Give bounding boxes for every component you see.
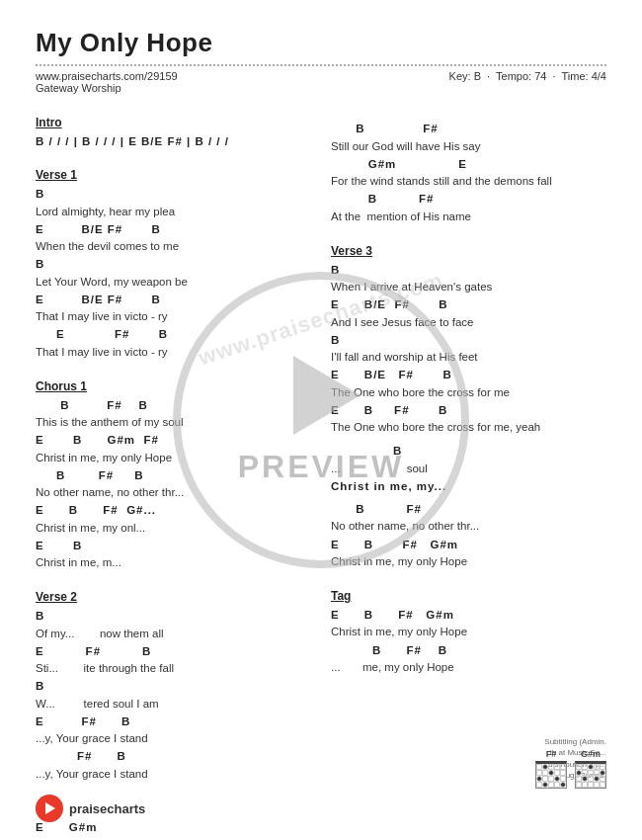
v2-c4: E F# B: [36, 714, 311, 730]
br-l1: ...e storms rage: [36, 836, 311, 840]
ch1-l2: Christ in me, my only Hope: [36, 450, 311, 466]
right-column: B F# Still our God will have His say G#m…: [331, 104, 606, 840]
ch1-c5: E B: [36, 538, 311, 554]
ch2-l4: Christ in me, my only Hope: [331, 553, 606, 570]
v3-c2: E B/E F# B: [331, 296, 606, 313]
v2-l3: W... tered soul I am: [36, 696, 311, 713]
section-intro-label: Intro: [36, 114, 311, 131]
v1-c5: E F# B: [36, 326, 311, 343]
v1-l4: That I may live in victo - ry: [36, 308, 311, 325]
v1-c1: B: [36, 186, 311, 203]
ch2-c4: E B F# G#m: [331, 537, 606, 553]
v1-c2: E B/E F# B: [36, 221, 311, 238]
v1-l1: Lord almighty, hear my plea: [36, 204, 311, 220]
v3-l1: When I arrive at Heaven's gates: [331, 279, 606, 295]
chord-chart-2-grid: [575, 761, 606, 789]
rc-c1: B F#: [331, 121, 606, 137]
chord-chart-2: G#m: [575, 749, 606, 789]
v1-l5: That I may live in victo - ry: [36, 344, 311, 361]
v3-c5: E B F# B: [331, 402, 606, 419]
footer: praisecharts: [36, 795, 145, 822]
chord-chart-2-name: G#m: [581, 749, 601, 759]
ch1-l4: Christ in me, my onl...: [36, 520, 311, 537]
v2-l1: Of my... now them all: [36, 626, 311, 642]
meta-left: www.praisecharts.com/29159 Gateway Worsh…: [36, 70, 178, 94]
v3-l3: I'll fall and worship at His feet: [331, 349, 606, 366]
content-area: Intro B / / / | B / / / | E B/E F# | B /…: [36, 104, 606, 840]
v1-l2: When the devil comes to me: [36, 238, 311, 255]
ch1-c1: B F# B: [36, 397, 311, 414]
ch1-c3: B F# B: [36, 467, 311, 484]
ch2-c2: Christ in me, my...: [331, 478, 606, 495]
intro-chords: B / / / | B / / / | E B/E F# | B / / /: [36, 133, 311, 150]
footer-brand-name: praisecharts: [69, 801, 145, 816]
section-tag-label: Tag: [331, 587, 606, 605]
song-tempo: Tempo: 74: [496, 70, 546, 82]
v3-c1: B: [331, 262, 606, 279]
v3-c4: E B/E F# B: [331, 367, 606, 383]
v2-c3: B: [36, 678, 311, 695]
song-time: Time: 4/4: [562, 70, 606, 82]
song-url: www.praisecharts.com/29159: [36, 70, 178, 82]
chord-chart-1-name: F#: [546, 749, 557, 759]
right-continuation-spacer: [331, 104, 606, 121]
section-chorus1-label: Chorus 1: [36, 378, 311, 395]
chord-chart-1: F#: [535, 749, 567, 789]
v2-c2: E F# B: [36, 643, 311, 660]
ch2-c1: B: [331, 443, 606, 460]
tag-l2: ... me, my only Hope: [331, 659, 606, 676]
chord-chart-1-grid: [535, 761, 567, 789]
ch2-l3: No other name, no other thr...: [331, 518, 606, 535]
ch1-c4: E B F# G#...: [36, 502, 311, 519]
song-title: My Only Hope: [36, 28, 606, 58]
v2-c1: B: [36, 608, 311, 625]
rc-l2: For the wind stands still and the demons…: [331, 173, 606, 190]
rc-c2: G#m E: [331, 156, 606, 173]
v2-l5: ...y, Your grace I stand: [36, 766, 311, 783]
v1-l3: Let Your Word, my weapon be: [36, 274, 311, 291]
ch1-l3: No other name, no other thr...: [36, 484, 311, 501]
song-key: Key: B: [449, 70, 481, 82]
section-verse2-label: Verse 2: [36, 588, 311, 606]
song-artist: Gateway Worship: [36, 82, 121, 94]
left-column: Intro B / / / | B / / / | E B/E F# | B /…: [36, 104, 311, 840]
section-verse1-label: Verse 1: [36, 166, 311, 184]
tag-l1: Christ in me, my only Hope: [331, 624, 606, 640]
v1-c3: B: [36, 256, 311, 273]
footer-logo: [36, 795, 63, 822]
tag-c1: E B F# G#m: [331, 607, 606, 624]
v3-c3: B: [331, 332, 606, 349]
section-verse3-label: Verse 3: [331, 242, 606, 260]
tag-c2: B F# B: [331, 642, 606, 659]
ch2-l1: ... soul: [331, 461, 606, 477]
ch1-l1: This is the anthem of my soul: [36, 414, 311, 431]
page: My Only Hope www.praisecharts.com/29159 …: [0, 0, 642, 840]
v1-c4: E B/E F# B: [36, 292, 311, 308]
meta-right: Key: B · Tempo: 74 · Time: 4/4: [449, 70, 606, 94]
chord-charts: F# G#m: [535, 749, 606, 789]
copyright-line1: Subtitling (Admin.: [544, 737, 606, 746]
v2-l4: ...y, Your grace I stand: [36, 730, 311, 747]
title-divider: [36, 64, 606, 66]
v3-l2: And I see Jesus face to face: [331, 314, 606, 331]
v2-c5: F# B: [36, 748, 311, 765]
v3-l4: The One who bore the cross for me: [331, 384, 606, 401]
rc-l1: Still our God will have His say: [331, 138, 606, 155]
rc-l3: At the mention of His name: [331, 209, 606, 225]
meta-row: www.praisecharts.com/29159 Gateway Worsh…: [36, 70, 606, 94]
v3-l5: The One who bore the cross for me, yeah: [331, 419, 606, 436]
ch1-c2: E B G#m F#: [36, 432, 311, 449]
ch2-c3: B F#: [331, 501, 606, 518]
footer-play-icon: [45, 802, 55, 814]
rc-c3: B F#: [331, 191, 606, 208]
v2-l2: Sti... ite through the fall: [36, 660, 311, 677]
ch1-l5: Christ in me, m...: [36, 554, 311, 571]
